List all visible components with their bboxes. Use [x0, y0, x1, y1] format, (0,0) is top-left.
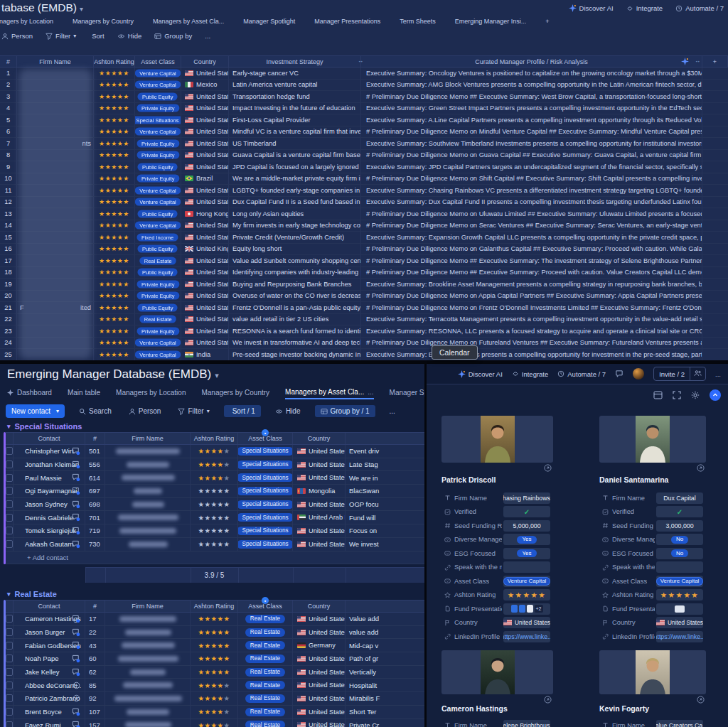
rating-cell[interactable]: ★★★★★: [94, 126, 135, 138]
chat-icon[interactable]: [72, 473, 80, 482]
column-header-add-field[interactable]: +: [702, 56, 728, 67]
view-tab[interactable]: Main table: [68, 387, 100, 399]
checkbox-cell[interactable]: [6, 692, 14, 705]
chat-icon[interactable]: [72, 615, 80, 623]
rating-stars[interactable]: ★★★★★: [198, 474, 230, 482]
asset-class-cell[interactable]: Real Estate: [238, 706, 293, 718]
rating-stars[interactable]: ★★★★★: [99, 351, 129, 358]
rating-cell[interactable]: ★★★★★: [191, 471, 238, 484]
group-header-special-situations[interactable]: ▾Special Situations: [7, 422, 82, 431]
field-value[interactable]: https://www.linke...: [656, 631, 703, 642]
table-row[interactable]: Dennis Gabriele701★★★★★Special Situation…: [6, 511, 424, 524]
rating-cell[interactable]: ★★★★★: [191, 458, 238, 471]
rating-stars[interactable]: ★★★★★: [99, 117, 129, 124]
asset-class-cell[interactable]: Real Estate: [238, 639, 293, 652]
checkbox-cell[interactable]: [6, 613, 14, 625]
table-row[interactable]: 19★★★★★Private EquityUnited StatesBuying…: [0, 279, 728, 291]
rating-stars[interactable]: ★★★★★: [198, 514, 230, 522]
chat-icon[interactable]: [72, 708, 80, 716]
asset-class-cell[interactable]: Special Situations: [238, 458, 293, 471]
table-row[interactable]: Tomek Siergiejuk719★★★★★Special Situatio…: [6, 524, 424, 538]
checkbox-cell[interactable]: [6, 706, 14, 718]
rating-cell[interactable]: ★★★★★: [94, 349, 135, 360]
column-header-num[interactable]: #: [85, 433, 105, 444]
table-row[interactable]: 5★★★★★Special SituationsUnited StatesFir…: [0, 114, 728, 126]
row-checkbox[interactable]: [6, 668, 13, 676]
field-value[interactable]: 3,000,000: [656, 520, 703, 532]
expand-record-icon[interactable]: [697, 464, 705, 472]
asset-class-cell[interactable]: Real Estate: [238, 666, 293, 679]
view-tab[interactable]: Dashboard: [7, 387, 52, 399]
asset-class-cell[interactable]: Real Estate: [238, 692, 293, 705]
column-header-contact[interactable]: Contact: [14, 601, 85, 612]
rating-cell[interactable]: ★★★★★: [94, 338, 135, 349]
rating-cell[interactable]: ★★★★★: [191, 692, 238, 705]
table-row[interactable]: 23★★★★★Private EquityUnited StatesRESONN…: [0, 325, 728, 338]
toolbar-person[interactable]: Person: [1, 32, 33, 40]
rating-stars[interactable]: ★★★★★: [198, 682, 230, 689]
asset-class-cell[interactable]: Venture Capital: [135, 185, 181, 196]
rating-cell[interactable]: ★★★★★: [94, 150, 135, 161]
rating-stars[interactable]: ★★★★★: [99, 81, 129, 88]
chat-icon[interactable]: [72, 668, 80, 677]
table-row[interactable]: Cameron Hastings17★★★★★Real EstateUnited…: [6, 613, 424, 626]
collapse-toolbar-button[interactable]: [710, 389, 721, 401]
rating-cell[interactable]: ★★★★★: [191, 666, 238, 679]
rating-stars[interactable]: ★★★★★: [198, 708, 230, 716]
asset-class-cell[interactable]: Public Equity: [135, 91, 181, 102]
row-checkbox[interactable]: [6, 474, 13, 482]
toolbar--[interactable]: ...: [205, 32, 210, 40]
table-row[interactable]: Ogi Bayarmagnai697★★★★★Special Situation…: [6, 485, 424, 498]
asset-class-cell[interactable]: Venture Capital: [135, 80, 181, 91]
rating-stars[interactable]: ★★★★★: [198, 721, 230, 727]
asset-class-cell[interactable]: Real Estate: [238, 626, 293, 639]
column-header-country[interactable]: Country: [181, 56, 229, 67]
rating-cell[interactable]: ★★★★★: [191, 719, 238, 727]
gallery-card[interactable]: Cameron HastingsFirm NameSelene Brightho…: [441, 650, 553, 713]
table-row[interactable]: 21Fited★★★★★Public EquityUnited StatesFr…: [0, 302, 728, 314]
column-header-rating[interactable]: Ashton Rating: [191, 433, 238, 444]
linkedin-link[interactable]: https://www.linke...: [656, 633, 703, 640]
checkbox-cell[interactable]: [6, 458, 14, 471]
checkbox-cell[interactable]: [6, 445, 14, 458]
rating-stars[interactable]: ★★★★★: [99, 339, 129, 346]
rating-cell[interactable]: ★★★★★: [94, 138, 135, 149]
asset-class-cell[interactable]: Public Equity: [135, 244, 181, 255]
row-checkbox[interactable]: [6, 708, 13, 716]
table-row[interactable]: 1★★★★★Venture CapitalUnited StatesEarly-…: [0, 68, 728, 80]
rating-cell[interactable]: ★★★★★: [191, 511, 238, 524]
table-row[interactable]: 7nts★★★★★Private EquityUnited StatesUS T…: [0, 138, 728, 150]
field-value[interactable]: No: [656, 534, 703, 545]
view-tab[interactable]: Manager Spotlight: [390, 387, 424, 399]
table-row[interactable]: 2★★★★★Venture CapitalMexicoLatin America…: [0, 80, 728, 92]
column-header-asset[interactable]: Asset Class▪: [238, 433, 293, 444]
rating-cell[interactable]: ★★★★★: [191, 679, 238, 691]
expand-record-icon[interactable]: [697, 696, 705, 704]
column-header-asset-class[interactable]: Asset Class: [135, 56, 181, 67]
table-row[interactable]: Jake Kelley62★★★★★Real EstateUnited Stat…: [6, 666, 424, 679]
table-row[interactable]: 9★★★★★Public EquityUnited StatesJPD Capi…: [0, 161, 728, 173]
rating-stars[interactable]: ★★★★★: [99, 175, 129, 182]
view-tab[interactable]: Term Sheets: [400, 18, 436, 25]
asset-class-cell[interactable]: Private Equity: [135, 279, 181, 290]
rating-stars[interactable]: ★★★★★: [198, 461, 230, 468]
field-value[interactable]: United States: [656, 617, 703, 628]
asset-class-cell[interactable]: Real Estate: [135, 314, 181, 325]
rating-stars[interactable]: ★★★★★: [99, 304, 129, 311]
asset-class-cell[interactable]: Public Equity: [135, 302, 181, 313]
rating-stars[interactable]: ★★★★★: [99, 316, 129, 323]
asset-class-cell[interactable]: Real Estate: [238, 679, 293, 691]
rating-stars[interactable]: ★★★★★: [198, 668, 230, 676]
field-value[interactable]: Value Creators Ca...: [656, 720, 703, 727]
column-header--[interactable]: #: [0, 56, 17, 67]
topbar-action-discover-ai[interactable]: Discover AI: [569, 4, 614, 12]
tab-menu-icon[interactable]: ...: [368, 388, 373, 396]
rating-stars[interactable]: ★★★★★: [99, 210, 129, 217]
asset-class-cell[interactable]: Venture Capital: [135, 68, 181, 79]
gallery-icon[interactable]: [653, 391, 663, 399]
view-tab-active[interactable]: Managers by Asset Cla......: [285, 387, 374, 399]
table-row[interactable]: 6★★★★★Venture CapitalUnited StatesMindfu…: [0, 126, 728, 139]
field-value[interactable]: ★★★★★: [503, 589, 550, 601]
toolbar-sort[interactable]: Sort: [89, 32, 104, 40]
asset-class-cell[interactable]: Venture Capital: [135, 338, 181, 349]
